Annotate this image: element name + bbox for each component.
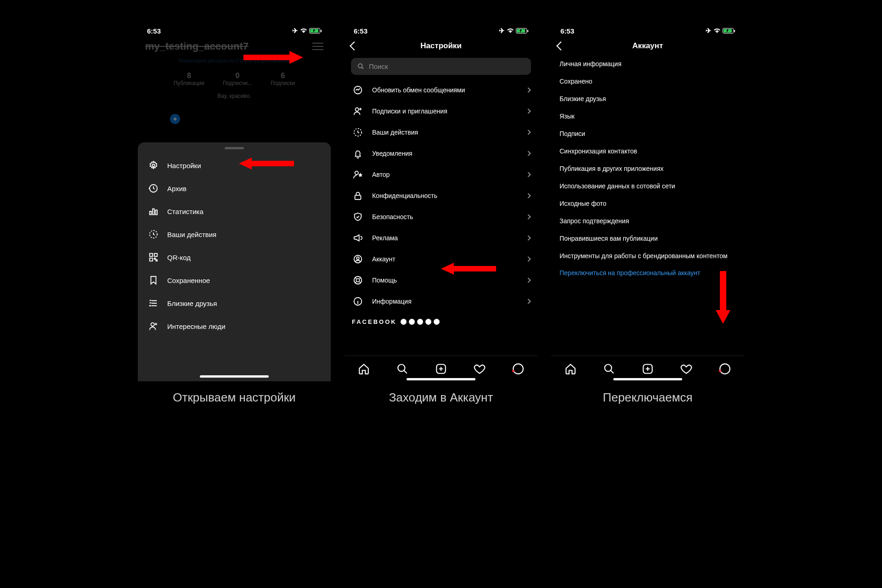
row-ads[interactable]: Реклама — [345, 227, 537, 249]
row-language[interactable]: Язык — [551, 107, 744, 125]
tab-activity[interactable] — [474, 363, 486, 375]
star-person-icon — [352, 170, 364, 180]
tab-search[interactable] — [396, 363, 408, 375]
stat-following[interactable]: 6Подписки — [271, 72, 295, 86]
svg-marker-29 — [716, 271, 730, 324]
tab-create[interactable] — [435, 363, 447, 375]
stat-followers[interactable]: 0Подписчи... — [223, 72, 252, 86]
list-icon — [148, 298, 159, 308]
row-follows[interactable]: Подписки и приглашения — [345, 101, 537, 122]
row-messaging[interactable]: Обновить обмен сообщениями — [345, 79, 537, 101]
row-personal[interactable]: Личная информация — [551, 55, 744, 73]
svg-marker-25 — [441, 263, 496, 275]
menu-stats[interactable]: Статистика — [138, 200, 331, 223]
svg-point-1 — [152, 164, 155, 167]
svg-rect-3 — [153, 209, 154, 215]
messenger-icon — [352, 85, 364, 95]
menu-label: Близкие друзья — [167, 300, 217, 307]
person-plus-icon — [148, 321, 159, 331]
notification-dot-icon — [512, 370, 514, 372]
menu-saved[interactable]: Сохраненное — [138, 269, 331, 292]
row-liked-posts[interactable]: Понравившиеся вам публикации — [551, 230, 744, 247]
svg-point-32 — [720, 364, 730, 374]
gear-icon — [148, 160, 159, 170]
row-label: Использование данных в сотовой сети — [560, 182, 736, 190]
row-privacy[interactable]: Конфиденциальность — [345, 185, 537, 206]
tab-home[interactable] — [358, 363, 370, 375]
svg-point-26 — [398, 364, 405, 371]
airplane-icon: ✈︎ — [292, 27, 298, 35]
menu-qr[interactable]: QR-код — [138, 246, 331, 269]
row-label: Ваши действия — [372, 129, 518, 136]
row-about[interactable]: Информация — [345, 291, 537, 312]
tab-home[interactable] — [565, 363, 577, 375]
svg-rect-9 — [154, 258, 156, 260]
svg-point-14 — [358, 64, 362, 68]
archive-icon — [148, 183, 159, 193]
facebook-text: FACEBOOK — [352, 318, 397, 325]
bookmark-icon — [148, 275, 159, 285]
svg-point-21 — [356, 257, 359, 260]
status-bar: 6:53 ✈︎ — [138, 23, 331, 37]
svg-point-28 — [513, 364, 523, 374]
row-label: Помощь — [372, 277, 518, 284]
chevron-right-icon — [526, 235, 531, 240]
row-captions[interactable]: Подписи — [551, 125, 744, 142]
svg-point-12 — [151, 323, 154, 326]
lock-icon — [352, 191, 364, 201]
row-branded-content[interactable]: Инструменты для работы с брендированным … — [551, 247, 744, 265]
bottom-sheet: Настройки Архив Статистика Ваши действия… — [138, 142, 331, 381]
bell-icon — [352, 148, 364, 158]
home-indicator — [613, 378, 682, 380]
stat-posts[interactable]: 8Публикации — [174, 72, 204, 86]
search-input[interactable]: Поиск — [351, 58, 531, 75]
sheet-grabber[interactable] — [225, 147, 244, 149]
tab-bar — [551, 356, 744, 381]
facebook-section-header: FACEBOOK — [345, 312, 537, 327]
tutorial-arrow-icon — [432, 261, 496, 277]
back-button[interactable] — [351, 43, 357, 49]
wifi-icon — [713, 28, 721, 34]
row-label: Язык — [560, 113, 736, 120]
svg-point-11 — [150, 305, 151, 306]
menu-label: Ваши действия — [167, 231, 216, 238]
hamburger-icon[interactable] — [312, 43, 323, 50]
row-notifications[interactable]: Уведомления — [345, 143, 537, 164]
row-saved[interactable]: Сохранено — [551, 73, 744, 90]
chevron-right-icon — [526, 256, 531, 261]
status-right: ✈︎ — [499, 27, 528, 35]
row-close-friends[interactable]: Близкие друзья — [551, 90, 744, 107]
chevron-right-icon — [526, 151, 531, 156]
airplane-icon: ✈︎ — [499, 27, 505, 35]
svg-rect-7 — [154, 254, 157, 256]
svg-point-23 — [356, 278, 359, 282]
tab-profile[interactable] — [719, 363, 731, 375]
add-story-icon[interactable]: + — [170, 114, 180, 124]
status-right: ✈︎ — [706, 27, 735, 35]
row-contacts[interactable]: Синхронизация контактов — [551, 142, 744, 160]
menu-label: Интересные люди — [167, 322, 226, 330]
megaphone-icon — [352, 233, 364, 243]
menu-close-friends[interactable]: Близкие друзья — [138, 292, 331, 315]
tab-activity[interactable] — [680, 363, 692, 375]
menu-activity[interactable]: Ваши действия — [138, 223, 331, 246]
tab-search[interactable] — [603, 363, 615, 375]
menu-label: Настройки — [167, 162, 201, 170]
row-creator[interactable]: Автор — [345, 164, 537, 185]
menu-archive[interactable]: Архив — [138, 177, 331, 200]
row-security[interactable]: Безопасность — [345, 206, 537, 227]
back-button[interactable] — [558, 43, 564, 49]
qr-icon — [148, 252, 159, 262]
row-label: Исходные фото — [560, 200, 736, 207]
menu-label: QR-код — [167, 254, 191, 261]
row-crosspost[interactable]: Публикация в других приложениях — [551, 160, 744, 177]
row-activity[interactable]: Ваши действия — [345, 122, 537, 143]
profile-stats: 8Публикации 0Подписчи... 6Подписки — [138, 68, 331, 90]
tab-create[interactable] — [642, 363, 654, 375]
lifebuoy-icon — [352, 275, 364, 285]
row-data-usage[interactable]: Использование данных в сотовой сети — [551, 177, 744, 195]
tab-profile[interactable] — [512, 363, 524, 375]
menu-discover[interactable]: Интересные люди — [138, 315, 331, 338]
row-verification[interactable]: Запрос подтверждения — [551, 212, 744, 230]
row-original-photos[interactable]: Исходные фото — [551, 195, 744, 212]
